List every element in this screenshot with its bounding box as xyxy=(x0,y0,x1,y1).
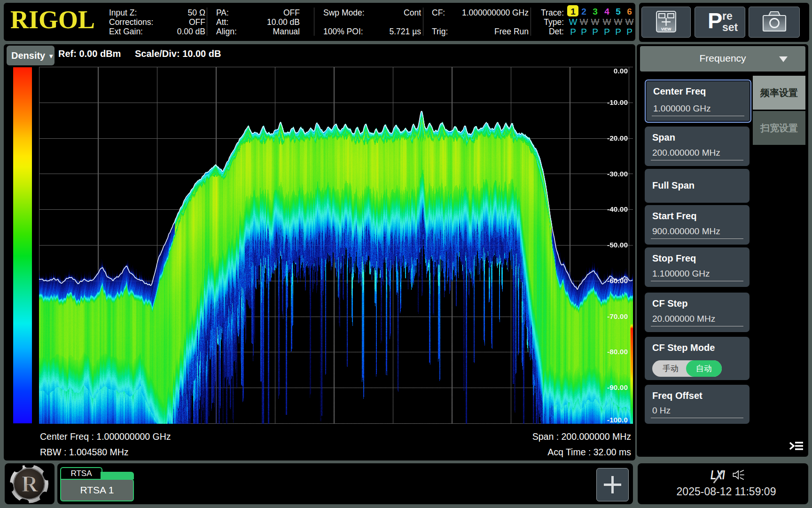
svg-text:R: R xyxy=(22,471,39,496)
svg-text:VIEW: VIEW xyxy=(661,27,672,32)
